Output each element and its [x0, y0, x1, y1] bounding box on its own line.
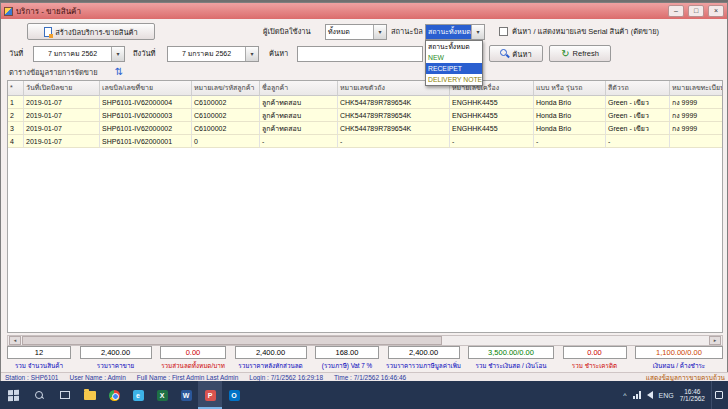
table-cell: Green - เขียว [606, 96, 670, 108]
table-cell: ENGHHK4455 [450, 96, 534, 108]
status-dropdown-list[interactable]: สถานะทั้งหมดNEWRECEIPETDELIVERY NOTE [425, 40, 483, 86]
taskbar-app-chrome[interactable] [102, 381, 126, 409]
taskbar-app-file-explorer[interactable] [78, 381, 102, 409]
summary-label: รวม ชำระเงินสด / เงินโอน [475, 361, 546, 371]
dropdown-option[interactable]: RECEIPET [426, 63, 482, 74]
date-to-picker[interactable]: 7 มกราคม 2562 ▾ [167, 46, 259, 62]
close-button[interactable]: × [708, 5, 724, 17]
table-cell: - [338, 135, 450, 147]
table-cell: SHP6101-IV62000003 [100, 109, 192, 121]
column-header[interactable]: หมายเลขทะเบียน [670, 81, 723, 96]
start-button[interactable] [0, 381, 26, 409]
chevron-down-icon[interactable]: ▾ [471, 25, 484, 39]
table-cell: Honda Brio [534, 96, 606, 108]
calendar-dropdown-icon[interactable]: ▾ [111, 47, 124, 61]
maximize-button[interactable]: □ [688, 5, 704, 17]
table-cell: ลูกค้าทดสอบ [260, 122, 338, 134]
network-icon[interactable] [633, 391, 641, 399]
table-cell: - [260, 135, 338, 147]
column-header[interactable]: แบบ หรือ รุ่นรถ [534, 81, 606, 96]
taskbar-apps: eXWPO [78, 381, 246, 409]
system-tray[interactable]: ^ ENG 16:46 7/1/2562 [623, 381, 728, 409]
notification-icon [715, 391, 723, 399]
volume-icon[interactable] [647, 391, 653, 399]
taskbar-app-word[interactable]: W [174, 381, 198, 409]
clock-time: 16:46 [680, 388, 705, 396]
scroll-right-icon[interactable]: ▸ [709, 336, 721, 345]
user-filter-combobox[interactable]: ทั้งหมด ▾ [325, 24, 387, 40]
column-header[interactable]: วันที่เปิดบิลขาย [24, 81, 100, 96]
language-indicator[interactable]: ENG [659, 392, 674, 399]
table-cell: - [606, 135, 670, 147]
create-bill-button-label: สร้างบิลบริการ-ขายสินค้า [55, 26, 138, 38]
table-row[interactable]: 12019-01-07SHP6101-IV62000004C6100002ลูก… [8, 96, 723, 109]
bill-status-value: สถานะทั้งหมด [426, 25, 471, 39]
search-input[interactable] [297, 46, 423, 62]
windows-logo-icon [8, 389, 19, 401]
column-header[interactable]: * [8, 81, 24, 96]
column-header[interactable]: สีตัวรถ [606, 81, 670, 96]
search-button[interactable]: ค้นหา [489, 45, 543, 62]
outlook-icon: O [229, 390, 240, 401]
summary-label: รวมราคารวมภาษีมูลค่าเพิ่ม [386, 361, 461, 371]
column-header[interactable]: หมายเลข/รหัสลูกค้า [192, 81, 260, 96]
calendar-dropdown-icon[interactable]: ▾ [245, 47, 258, 61]
taskbar-clock[interactable]: 16:46 7/1/2562 [680, 388, 705, 403]
summary-label: รวมส่วนลดทั้งหมด/บาท [161, 361, 225, 371]
dropdown-option[interactable]: สถานะทั้งหมด [426, 41, 482, 52]
chevron-down-icon[interactable]: ▾ [373, 25, 386, 39]
table-cell: Green - เขียว [606, 109, 670, 121]
taskbar-app-edge[interactable]: e [126, 381, 150, 409]
summary-value: 1,100.00/0.00 [635, 346, 723, 359]
table-cell [670, 135, 723, 147]
bill-status-combobox[interactable]: สถานะทั้งหมด ▾ [425, 24, 485, 40]
dropdown-option[interactable]: NEW [426, 52, 482, 63]
tray-expand-icon[interactable]: ^ [623, 392, 626, 399]
table-cell: ลูกค้าทดสอบ [260, 109, 338, 121]
scroll-left-icon[interactable]: ◂ [9, 336, 21, 345]
search-label: ค้นหา [269, 46, 288, 62]
date-from-picker[interactable]: 7 มกราคม 2562 ▾ [33, 46, 125, 62]
table-row[interactable]: 22019-01-07SHP6101-IV62000003C6100002ลูก… [8, 109, 723, 122]
table-cell: SHP6101-IV62000004 [100, 96, 192, 108]
taskbar-app-outlook[interactable]: O [222, 381, 246, 409]
table-cell: ลูกค้าทดสอบ [260, 96, 338, 108]
taskbar-app-excel[interactable]: X [150, 381, 174, 409]
refresh-icon: ↻ [561, 49, 569, 59]
clock-date: 7/1/2562 [680, 395, 705, 403]
minimize-button[interactable]: – [668, 5, 684, 17]
sort-icon[interactable]: ⇅ [113, 66, 125, 78]
table-row[interactable]: 32019-01-07SHP6101-IV62000002C6100002ลูก… [8, 122, 723, 135]
table-row[interactable]: 42019-01-07SHP6101-IV620000010----- [8, 135, 723, 148]
column-header[interactable]: เลขบิล/เลขที่ขาย [100, 81, 192, 96]
serial-checkbox[interactable] [499, 27, 508, 36]
column-header[interactable]: ชื่อลูกค้า [260, 81, 338, 96]
create-bill-button[interactable]: สร้างบิลบริการ-ขายสินค้า [27, 23, 155, 40]
notification-center-button[interactable] [711, 381, 725, 409]
horizontal-scrollbar[interactable]: ◂ ▸ [7, 335, 723, 346]
table-cell: 3 [8, 122, 24, 134]
date-to-label: ถึงวันที่ [133, 46, 156, 62]
status-segment: Login : 7/1/2562 16:29:18 [249, 374, 323, 381]
scrollbar-thumb[interactable] [22, 336, 442, 345]
status-segment: User Name : Admin [69, 374, 125, 381]
user-filter-value: ทั้งหมด [326, 25, 373, 39]
dropdown-option[interactable]: DELIVERY NOTE [426, 74, 482, 85]
search-icon [500, 49, 509, 58]
titlebar[interactable]: บริการ - ขายสินค้า – □ × [1, 3, 727, 19]
table-cell: C6100002 [192, 96, 260, 108]
taskbar-search-button[interactable] [26, 381, 52, 409]
table-cell: CHK544789R789654K [338, 109, 450, 121]
summary-item: 2,400.00รวมราคาหลังหักส่วนลด [235, 346, 307, 372]
taskbar[interactable]: eXWPO ^ ENG 16:46 7/1/2562 [0, 381, 728, 409]
table-cell: 2019-01-07 [24, 122, 100, 134]
search-icon [35, 391, 44, 400]
table-cell: ENGHHK4455 [450, 122, 534, 134]
app-window: บริการ - ขายสินค้า – □ × สร้างบิลบริการ-… [0, 2, 728, 381]
refresh-button[interactable]: ↻ Refresh [549, 45, 611, 62]
taskbar-app-pos-app[interactable]: P [198, 381, 222, 409]
summary-label: (รวมภาษี) Vat 7 % [322, 361, 372, 371]
table-cell: 2 [8, 109, 24, 121]
sales-table[interactable]: *วันที่เปิดบิลขายเลขบิล/เลขที่ขายหมายเลข… [7, 80, 723, 333]
task-view-button[interactable] [52, 381, 78, 409]
